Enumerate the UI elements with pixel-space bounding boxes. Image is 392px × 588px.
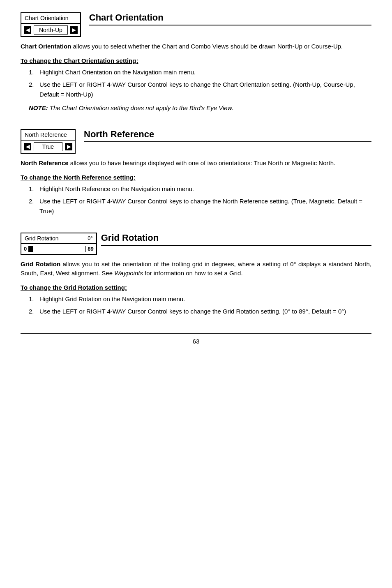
page-number: 63 xyxy=(193,338,200,345)
grid-rotation-section: Grid Rotation 0° 0 89 Grid Rotation Grid… xyxy=(21,233,371,316)
page-container: Chart Orientation ◀ North-Up ▶ Chart Ori… xyxy=(21,12,371,345)
grid-rotation-intro-italic: Waypoints xyxy=(114,270,143,277)
chart-orientation-intro-bold: Chart Orientation xyxy=(21,43,71,50)
chart-orientation-widget-title: Chart Orientation xyxy=(21,13,80,24)
grid-rotation-slider-row: 0 89 xyxy=(21,244,96,254)
chart-orientation-value: North-Up xyxy=(34,25,68,35)
grid-rotation-widget-label: Grid Rotation xyxy=(25,235,58,242)
grid-rotation-body: Grid Rotation allows you to set the orie… xyxy=(21,260,371,316)
north-reference-step-1: 1. Highlight North Reference on the Navi… xyxy=(29,184,371,194)
page-footer: 63 xyxy=(21,333,371,345)
north-reference-widget: North Reference ◀ True ▶ xyxy=(21,129,76,154)
chart-orientation-note-label: NOTE: xyxy=(29,104,48,111)
north-reference-body: North Reference allows you to have beari… xyxy=(21,159,371,216)
chart-orientation-title: Chart Orientation xyxy=(89,12,371,23)
chart-orientation-right-arrow[interactable]: ▶ xyxy=(70,26,78,34)
chart-orientation-control: ◀ North-Up ▶ xyxy=(21,24,80,36)
chart-orientation-intro: Chart Orientation allows you to select w… xyxy=(21,42,371,51)
north-reference-value: True xyxy=(34,142,62,151)
grid-rotation-slider-min: 0 xyxy=(24,246,27,252)
chart-orientation-step-2: 2. Use the LEFT or RIGHT 4-WAY Cursor Co… xyxy=(29,80,371,99)
north-reference-intro: North Reference allows you to have beari… xyxy=(21,159,371,168)
grid-rotation-slider-track[interactable] xyxy=(28,246,86,252)
north-reference-steps: 1. Highlight North Reference on the Navi… xyxy=(21,184,371,216)
grid-rotation-title-block: Grid Rotation xyxy=(101,233,371,246)
grid-rotation-subheading: To change the Grid Rotation setting: xyxy=(21,284,371,291)
chart-orientation-title-block: Chart Orientation xyxy=(89,12,371,25)
grid-rotation-step-2: 2. Use the LEFT or RIGHT 4-WAY Cursor Co… xyxy=(29,307,371,316)
north-reference-section: North Reference ◀ True ▶ North Reference… xyxy=(21,129,371,216)
grid-rotation-step-1: 1. Highlight Grid Rotation on the Naviga… xyxy=(29,294,371,304)
chart-orientation-section: Chart Orientation ◀ North-Up ▶ Chart Ori… xyxy=(21,12,371,113)
north-reference-step-2: 2. Use the LEFT or RIGHT 4-WAY Cursor Co… xyxy=(29,196,371,216)
chart-orientation-subheading: To change the Chart Orientation setting: xyxy=(21,57,371,64)
chart-orientation-note: NOTE: The Chart Orientation setting does… xyxy=(29,104,371,113)
north-reference-intro-rest: allows you to have bearings displayed wi… xyxy=(69,159,336,166)
north-reference-title-block: North Reference xyxy=(84,129,371,142)
north-reference-intro-bold: North Reference xyxy=(21,159,69,166)
grid-rotation-intro: Grid Rotation allows you to set the orie… xyxy=(21,260,371,278)
chart-orientation-note-body: The Chart Orientation setting does not a… xyxy=(50,104,233,111)
chart-orientation-header: Chart Orientation ◀ North-Up ▶ Chart Ori… xyxy=(21,12,371,37)
grid-rotation-widget: Grid Rotation 0° 0 89 xyxy=(21,233,97,255)
chart-orientation-intro-rest: allows you to select whether the Chart a… xyxy=(71,43,343,50)
grid-rotation-slider-max: 89 xyxy=(88,246,93,252)
north-reference-left-arrow[interactable]: ◀ xyxy=(24,143,31,150)
north-reference-header: North Reference ◀ True ▶ North Reference xyxy=(21,129,371,154)
north-reference-title: North Reference xyxy=(84,129,371,140)
grid-rotation-title: Grid Rotation xyxy=(101,233,371,243)
chart-orientation-left-arrow[interactable]: ◀ xyxy=(24,26,31,34)
chart-orientation-body: Chart Orientation allows you to select w… xyxy=(21,42,371,113)
north-reference-subheading: To change the North Reference setting: xyxy=(21,174,371,181)
north-reference-widget-title: North Reference xyxy=(21,130,75,141)
chart-orientation-widget: Chart Orientation ◀ North-Up ▶ xyxy=(21,12,81,37)
grid-rotation-widget-value: 0° xyxy=(88,235,92,241)
north-reference-control: ◀ True ▶ xyxy=(21,141,75,153)
chart-orientation-step-1: 1. Highlight Chart Orientation on the Na… xyxy=(29,67,371,77)
grid-rotation-steps: 1. Highlight Grid Rotation on the Naviga… xyxy=(21,294,371,316)
grid-rotation-widget-title-row: Grid Rotation 0° xyxy=(21,233,96,244)
grid-rotation-intro-end: for information on how to set a Grid. xyxy=(143,270,243,277)
north-reference-right-arrow[interactable]: ▶ xyxy=(65,143,72,150)
chart-orientation-steps: 1. Highlight Chart Orientation on the Na… xyxy=(21,67,371,99)
grid-rotation-header: Grid Rotation 0° 0 89 Grid Rotation xyxy=(21,233,371,255)
grid-rotation-intro-bold: Grid Rotation xyxy=(21,261,60,267)
grid-rotation-slider-thumb xyxy=(29,246,33,252)
